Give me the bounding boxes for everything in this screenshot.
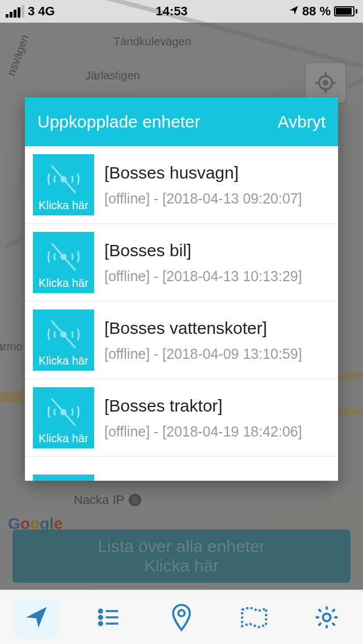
carrier-label: 3 xyxy=(28,4,35,19)
svg-point-18 xyxy=(99,616,103,619)
tab-bar xyxy=(0,590,363,644)
device-row[interactable]: Klicka här [Bosses bil] [offline] - [201… xyxy=(25,224,338,302)
location-arrow-icon xyxy=(289,4,299,19)
device-row[interactable]: Klicka här [Bosses vattenskoter] [offlin… xyxy=(25,302,338,379)
network-label: 4G xyxy=(38,4,54,19)
clock: 14:53 xyxy=(156,4,188,19)
device-icon-button[interactable]: Klicka här xyxy=(33,154,94,215)
signal-off-icon xyxy=(44,317,83,351)
tab-list[interactable] xyxy=(85,597,133,638)
device-icon-label: Klicka här xyxy=(39,277,88,290)
tab-map[interactable] xyxy=(230,597,278,638)
modal-header: Uppkopplade enheter Avbryt xyxy=(25,98,338,146)
signal-off-icon xyxy=(44,395,83,429)
device-status: [offline] - [2018-04-13 10:13:29] xyxy=(104,268,328,285)
device-icon-label: Klicka här xyxy=(39,354,88,367)
modal-title: Uppkopplade enheter xyxy=(37,112,200,132)
device-icon-label: Klicka här xyxy=(39,432,88,445)
tab-pin[interactable] xyxy=(158,597,205,638)
device-info: [Bosses bil] [offline] - [2018-04-13 10:… xyxy=(104,241,328,285)
device-icon-button[interactable]: Klicka här xyxy=(33,310,94,371)
device-name: [Bosses bil] xyxy=(104,241,328,260)
cancel-button[interactable]: Avbryt xyxy=(278,112,326,132)
device-name: [Bosses traktor] xyxy=(104,396,328,416)
device-row[interactable]: Klicka här [Bosses husvagn] [offline] - … xyxy=(25,146,338,224)
gear-icon xyxy=(314,604,340,630)
device-icon-button[interactable]: Klicka här xyxy=(33,232,94,293)
device-row[interactable]: [Bosses cykel] xyxy=(25,457,338,481)
signal-off-icon xyxy=(44,480,83,481)
list-icon xyxy=(96,605,121,630)
device-info: [Bosses husvagn] [offline] - [2018-04-13… xyxy=(104,163,328,207)
signal-icon xyxy=(6,5,24,18)
device-icon-button[interactable]: Klicka här xyxy=(33,387,94,448)
connected-devices-modal: Uppkopplade enheter Avbryt Klicka här [B… xyxy=(25,98,338,481)
signal-off-icon xyxy=(44,162,83,196)
device-status: [offline] - [2018-04-09 13:10:59] xyxy=(104,346,328,362)
signal-off-icon xyxy=(44,240,83,274)
svg-point-22 xyxy=(179,610,185,616)
tab-settings[interactable] xyxy=(303,597,351,638)
svg-point-23 xyxy=(323,613,330,621)
device-icon-label: Klicka här xyxy=(39,199,88,212)
svg-point-16 xyxy=(99,609,103,613)
status-right: 88 % xyxy=(289,4,357,19)
svg-point-20 xyxy=(99,622,103,625)
device-status: [offline] - [2018-04-19 18:42:06] xyxy=(104,423,328,440)
device-row[interactable]: Klicka här [Bosses traktor] [offline] - … xyxy=(25,379,338,457)
device-info: [Bosses traktor] [offline] - [2018-04-19… xyxy=(104,396,328,440)
tab-navigate[interactable] xyxy=(12,597,60,638)
status-left: 3 4G xyxy=(6,4,55,19)
navigate-icon xyxy=(24,605,49,630)
status-bar: 3 4G 14:53 88 % xyxy=(0,0,363,23)
device-status: [offline] - [2018-04-13 09:20:07] xyxy=(104,190,328,207)
map-icon xyxy=(240,605,268,630)
battery-icon xyxy=(334,6,357,16)
battery-percent: 88 % xyxy=(302,4,331,19)
device-name: [Bosses vattenskoter] xyxy=(104,319,328,338)
device-name: [Bosses husvagn] xyxy=(104,163,328,183)
device-icon-button[interactable] xyxy=(33,474,94,481)
pin-icon xyxy=(169,603,194,632)
device-list[interactable]: Klicka här [Bosses husvagn] [offline] - … xyxy=(25,146,338,481)
device-info: [Bosses vattenskoter] [offline] - [2018-… xyxy=(104,319,328,362)
